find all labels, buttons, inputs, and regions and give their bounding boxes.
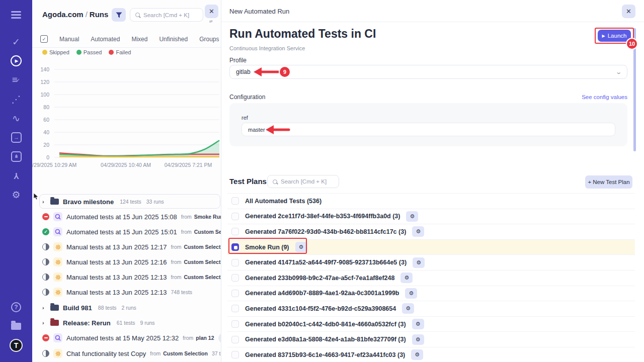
chevron-right-icon[interactable]: › bbox=[42, 320, 46, 326]
plan-checkbox[interactable] bbox=[231, 197, 239, 205]
profile-select[interactable]: gitlab ⌄ bbox=[229, 65, 627, 79]
manual-run-icon bbox=[53, 273, 62, 282]
plan-checkbox[interactable] bbox=[231, 290, 239, 297]
test-plan-row[interactable]: All Automated Tests (536) bbox=[227, 194, 635, 209]
tab-mixed[interactable]: Mixed bbox=[131, 36, 147, 43]
run-row[interactable]: Chat functionality test CopyfromCustom S… bbox=[32, 347, 221, 360]
manual-run-icon bbox=[53, 349, 62, 358]
chart-legend: SkippedPassedFailed bbox=[42, 49, 131, 55]
from-label: from bbox=[171, 259, 181, 265]
test-plan-row[interactable]: Generated 2ce11f7d-38ef-44fe-b353-4f694f… bbox=[227, 209, 635, 225]
plan-settings-button[interactable]: ⚙ bbox=[412, 319, 424, 329]
plan-settings-button[interactable]: ⚙ bbox=[412, 334, 424, 345]
test-plan-row[interactable]: Generated a4d690b7-8889-4ae1-92aa-0c3001… bbox=[227, 286, 635, 302]
see-config-values-link[interactable]: See config values bbox=[582, 94, 627, 100]
plan-checkbox[interactable] bbox=[231, 274, 239, 282]
test-plan-row[interactable]: Smoke Run (9)⚙ bbox=[227, 240, 635, 255]
run-row[interactable]: Automated tests at 15 May 2025 12:32from… bbox=[32, 331, 221, 344]
plan-checkbox[interactable] bbox=[231, 320, 239, 328]
branch-icon[interactable]: Y bbox=[6, 166, 26, 185]
test-plan-row[interactable]: Generated 233b0998-b9c2-47ae-a5cf-7ea1af… bbox=[227, 270, 635, 286]
plan-settings-button[interactable]: ⚙ bbox=[411, 349, 423, 360]
run-row[interactable]: Manual tests at 13 Jun 2025 12:13fromCus… bbox=[32, 270, 221, 284]
run-row[interactable]: Manual tests at 13 Jun 2025 12:13748 tes… bbox=[32, 286, 221, 299]
tab-manual[interactable]: Manual bbox=[59, 36, 79, 43]
row-hover-outline bbox=[39, 194, 220, 209]
suites-icon[interactable]: ≡✓ bbox=[6, 70, 26, 89]
tests-icon[interactable]: ✓ bbox=[6, 32, 26, 51]
gear-icon: ⚙ bbox=[416, 321, 421, 327]
modal-close-button[interactable]: ✕ bbox=[622, 5, 635, 18]
test-plan-row[interactable]: Generated e3d08a1a-5808-42e4-a1ab-81bfe3… bbox=[227, 332, 635, 347]
test-plan-row[interactable]: Generated 41471a52-a644-49f7-9085-923713… bbox=[227, 255, 635, 270]
tab-groups[interactable]: Groups bbox=[199, 36, 219, 43]
plan-settings-button[interactable]: ⚙ bbox=[412, 226, 424, 237]
plan-checkbox[interactable] bbox=[231, 259, 239, 266]
plan-settings-button[interactable]: ⚙ bbox=[405, 288, 417, 299]
help-icon[interactable]: ? bbox=[6, 298, 26, 317]
report-icon[interactable]: ✓ bbox=[40, 35, 48, 43]
page-title: Run Automated Tests in CI bbox=[229, 27, 376, 41]
plan-checkbox[interactable] bbox=[231, 336, 239, 343]
scrollbar-thumb[interactable] bbox=[633, 28, 636, 151]
test-plan-row[interactable]: Generated b02040c1-c442-4db0-841e-4660a0… bbox=[227, 317, 635, 332]
ref-input[interactable] bbox=[242, 123, 615, 136]
plan-settings-button[interactable]: ⚙ bbox=[402, 303, 414, 314]
plan-checkbox[interactable] bbox=[231, 305, 239, 312]
gear-icon: ⚙ bbox=[410, 213, 415, 220]
run-row[interactable]: Automated tests at 15 Jun 2025 15:08from… bbox=[32, 210, 221, 223]
run-row[interactable]: ›Bravo milestone124 tests33 runs bbox=[32, 195, 221, 208]
launch-button[interactable]: ▶ Launch bbox=[598, 30, 631, 42]
close-icon: ✕ bbox=[209, 8, 214, 15]
automated-run-icon bbox=[53, 227, 62, 236]
steps-icon[interactable]: ⋰ bbox=[6, 89, 26, 109]
legend-item-skipped: Skipped bbox=[42, 49, 69, 55]
import-icon[interactable]: → bbox=[6, 128, 26, 147]
chevron-right-icon[interactable]: › bbox=[42, 305, 46, 311]
pulse-icon[interactable]: ∿ bbox=[6, 109, 26, 128]
run-row[interactable]: ✓Automated tests at 15 Jun 2025 15:01fro… bbox=[32, 225, 221, 238]
plan-checkbox[interactable] bbox=[231, 351, 239, 358]
settings-icon[interactable]: ⚙ bbox=[6, 185, 26, 204]
analytics-icon[interactable]: ılı bbox=[6, 147, 26, 166]
plan-label: Generated 41471a52-a644-49f7-9085-923713… bbox=[245, 259, 407, 266]
panel-close-button[interactable]: ✕ bbox=[205, 5, 218, 18]
tab-unfinished[interactable]: Unfinished bbox=[159, 36, 188, 43]
status-progress-icon bbox=[42, 350, 49, 357]
plan-checkbox[interactable] bbox=[231, 228, 239, 235]
profile-label: Profile bbox=[229, 57, 247, 64]
avatar[interactable]: T bbox=[6, 336, 26, 355]
test-plan-row[interactable]: Generated 83715b93-6c1e-4663-9417-ef23a4… bbox=[227, 347, 635, 362]
run-row[interactable]: Manual tests at 13 Jun 2025 12:17fromCus… bbox=[32, 240, 221, 253]
run-row[interactable]: ›Release: Rerun61 tests9 runs bbox=[32, 316, 221, 329]
folder-icon bbox=[50, 320, 59, 326]
tab-automated[interactable]: Automated bbox=[91, 36, 120, 43]
plan-checkbox[interactable] bbox=[231, 213, 239, 220]
runs-icon[interactable]: ▶ bbox=[6, 51, 26, 70]
test-plan-row[interactable]: Generated 4331c104-f5f2-476e-b92d-c529a3… bbox=[227, 301, 635, 317]
manual-run-icon bbox=[53, 242, 62, 251]
menu-icon[interactable] bbox=[6, 5, 26, 24]
run-row[interactable]: ›Build 98188 tests2 runs bbox=[32, 301, 221, 314]
filter-button[interactable] bbox=[112, 8, 126, 22]
plan-settings-button[interactable]: ⚙ bbox=[295, 242, 307, 252]
runs-search-input[interactable]: Search [Cmd + K] bbox=[130, 8, 203, 22]
test-plan-row[interactable]: Generated 7a76f022-93d0-434b-b462-bb8114… bbox=[227, 224, 635, 240]
breadcrumb-project[interactable]: Agoda.com bbox=[42, 10, 84, 19]
plan-settings-button[interactable]: ⚙ bbox=[400, 273, 413, 283]
plan-settings-button[interactable]: ⚙ bbox=[413, 257, 425, 268]
launch-label: Launch bbox=[608, 33, 627, 39]
configuration-label: Configuration bbox=[229, 94, 265, 101]
folder-icon bbox=[50, 199, 59, 205]
test-plans-search-input[interactable]: Search [Cmd + K] bbox=[267, 175, 339, 188]
run-row[interactable]: Manual tests at 13 Jun 2025 12:16fromCus… bbox=[32, 255, 221, 268]
chevron-down-icon: ⌄ bbox=[615, 69, 622, 75]
run-title: Automated tests at 15 Jun 2025 15:08 bbox=[66, 213, 177, 221]
projects-icon[interactable] bbox=[6, 317, 26, 336]
plan-label: All Automated Tests (536) bbox=[245, 198, 321, 205]
plan-settings-button[interactable]: ⚙ bbox=[406, 211, 418, 222]
legend-item-passed: Passed bbox=[76, 49, 102, 55]
resize-handle-icon[interactable]: ⇄ bbox=[209, 19, 213, 24]
plan-checkbox[interactable] bbox=[231, 243, 239, 251]
new-test-plan-button[interactable]: + New Test Plan bbox=[585, 175, 632, 189]
